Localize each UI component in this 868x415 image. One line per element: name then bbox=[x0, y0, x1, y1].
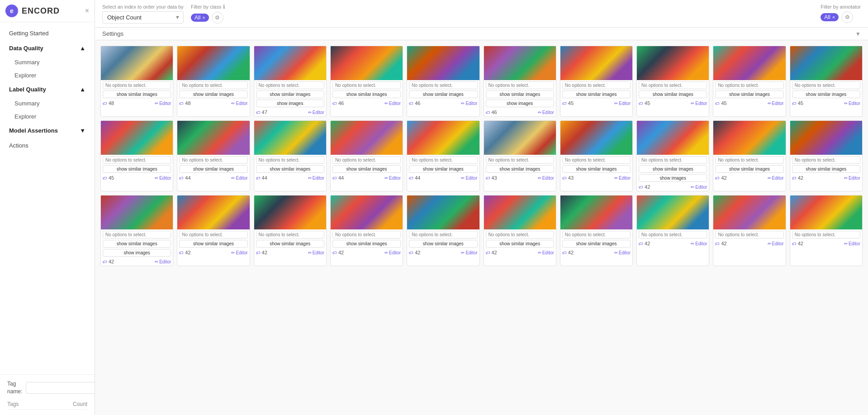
show-similar-images-button[interactable]: show similar images bbox=[639, 91, 707, 98]
editor-link[interactable]: ✏Editor bbox=[844, 176, 860, 181]
show-images-button[interactable]: show images bbox=[486, 100, 554, 107]
card-options-select[interactable]: No options to select. bbox=[639, 231, 707, 239]
show-similar-images-button[interactable]: show similar images bbox=[332, 240, 401, 248]
class-filter-settings[interactable]: ⚙ bbox=[212, 12, 223, 24]
settings-chevron-icon[interactable]: ▼ bbox=[855, 31, 861, 37]
annotator-filter-settings[interactable]: ⚙ bbox=[841, 11, 853, 23]
card-options-select[interactable]: No options to select. bbox=[792, 156, 860, 164]
show-similar-images-button[interactable]: show similar images bbox=[486, 240, 554, 248]
editor-link[interactable]: ✏Editor bbox=[538, 176, 554, 181]
show-similar-images-button[interactable]: show similar images bbox=[562, 91, 631, 98]
show-similar-images-button[interactable]: show similar images bbox=[103, 91, 171, 98]
editor-link[interactable]: ✏Editor bbox=[308, 110, 324, 115]
card-options-select[interactable]: No options to select. bbox=[332, 231, 401, 239]
show-images-button[interactable]: show images bbox=[256, 100, 324, 107]
show-similar-images-button[interactable]: show similar images bbox=[715, 91, 783, 98]
show-similar-images-button[interactable]: show similar images bbox=[562, 165, 631, 173]
card-options-select[interactable]: No options to select. bbox=[179, 156, 247, 164]
editor-link[interactable]: ✏Editor bbox=[844, 241, 860, 246]
card-options-select[interactable]: No options to select. bbox=[409, 81, 477, 89]
card-options-select[interactable]: No options to select. bbox=[179, 231, 247, 239]
show-images-button[interactable]: show images bbox=[639, 174, 707, 182]
card-options-select[interactable]: No options to select. bbox=[639, 81, 707, 89]
card-options-select[interactable]: No options to select. bbox=[792, 81, 860, 89]
card-options-select[interactable]: No options to select. bbox=[256, 231, 324, 239]
card-options-select[interactable]: No options to select. bbox=[103, 81, 171, 89]
show-similar-images-button[interactable]: show similar images bbox=[792, 91, 860, 98]
show-similar-images-button[interactable]: show similar images bbox=[103, 240, 171, 248]
show-similar-images-button[interactable]: show similar images bbox=[332, 91, 401, 98]
card-options-select[interactable]: No options to select. bbox=[792, 231, 860, 239]
card-options-select[interactable]: No options to select. bbox=[715, 81, 783, 89]
editor-link[interactable]: ✏Editor bbox=[461, 250, 477, 255]
sidebar-section-label-quality[interactable]: Label Quality ▲ bbox=[0, 82, 95, 97]
editor-link[interactable]: ✏Editor bbox=[614, 250, 631, 255]
sidebar-item-label-summary[interactable]: Summary bbox=[0, 97, 95, 110]
sidebar-section-data-quality[interactable]: Data Quality ▲ bbox=[0, 41, 95, 56]
card-options-select[interactable]: No options to select. bbox=[256, 81, 324, 89]
order-select[interactable]: Object Count bbox=[102, 11, 184, 24]
show-similar-images-button[interactable]: show similar images bbox=[179, 240, 247, 248]
sidebar-item-getting-started[interactable]: Getting Started bbox=[0, 26, 95, 41]
editor-link[interactable]: ✏Editor bbox=[155, 101, 171, 106]
class-chip-remove[interactable]: × bbox=[202, 15, 205, 20]
editor-link[interactable]: ✏Editor bbox=[844, 101, 860, 106]
editor-link[interactable]: ✏Editor bbox=[155, 259, 171, 264]
card-options-select[interactable]: No options to select. bbox=[639, 156, 707, 164]
card-options-select[interactable]: No options to select. bbox=[486, 231, 554, 239]
show-similar-images-button[interactable]: show similar images bbox=[256, 165, 324, 173]
editor-link[interactable]: ✏Editor bbox=[538, 110, 554, 115]
editor-link[interactable]: ✏Editor bbox=[231, 250, 247, 255]
card-options-select[interactable]: No options to select. bbox=[562, 156, 631, 164]
editor-link[interactable]: ✏Editor bbox=[768, 176, 784, 181]
card-options-select[interactable]: No options to select. bbox=[332, 81, 401, 89]
card-options-select[interactable]: No options to select. bbox=[256, 156, 324, 164]
card-options-select[interactable]: No options to select. bbox=[103, 156, 171, 164]
card-options-select[interactable]: No options to select. bbox=[715, 156, 783, 164]
card-options-select[interactable]: No options to select. bbox=[103, 231, 171, 239]
sidebar-section-model-assertions[interactable]: Model Assertions ▼ bbox=[0, 123, 95, 138]
show-similar-images-button[interactable]: show similar images bbox=[332, 165, 401, 173]
editor-link[interactable]: ✏Editor bbox=[461, 101, 477, 106]
editor-link[interactable]: ✏Editor bbox=[691, 101, 707, 106]
show-similar-images-button[interactable]: show similar images bbox=[562, 240, 631, 248]
show-similar-images-button[interactable]: show similar images bbox=[486, 165, 554, 173]
show-similar-images-button[interactable]: show similar images bbox=[715, 165, 783, 173]
editor-link[interactable]: ✏Editor bbox=[768, 241, 784, 246]
show-similar-images-button[interactable]: show similar images bbox=[179, 91, 247, 98]
editor-link[interactable]: ✏Editor bbox=[231, 176, 247, 181]
annotator-chip-remove[interactable]: × bbox=[832, 14, 835, 20]
show-similar-images-button[interactable]: show similar images bbox=[409, 240, 477, 248]
show-similar-images-button[interactable]: show similar images bbox=[486, 91, 554, 98]
editor-link[interactable]: ✏Editor bbox=[691, 241, 707, 246]
card-options-select[interactable]: No options to select. bbox=[409, 156, 477, 164]
show-similar-images-button[interactable]: show similar images bbox=[256, 240, 324, 248]
card-options-select[interactable]: No options to select. bbox=[409, 231, 477, 239]
card-options-select[interactable]: No options to select. bbox=[179, 81, 247, 89]
editor-link[interactable]: ✏Editor bbox=[231, 101, 247, 106]
sidebar-item-data-summary[interactable]: Summary bbox=[0, 56, 95, 69]
card-options-select[interactable]: No options to select. bbox=[562, 231, 631, 239]
card-options-select[interactable]: No options to select. bbox=[486, 81, 554, 89]
show-similar-images-button[interactable]: show similar images bbox=[409, 165, 477, 173]
card-options-select[interactable]: No options to select. bbox=[332, 156, 401, 164]
show-similar-images-button[interactable]: show similar images bbox=[639, 165, 707, 173]
close-button[interactable]: × bbox=[85, 7, 89, 15]
sidebar-item-data-explorer[interactable]: Explorer bbox=[0, 69, 95, 82]
card-options-select[interactable]: No options to select. bbox=[486, 156, 554, 164]
show-similar-images-button[interactable]: show similar images bbox=[103, 165, 171, 173]
editor-link[interactable]: ✏Editor bbox=[308, 250, 324, 255]
editor-link[interactable]: ✏Editor bbox=[691, 185, 707, 190]
show-images-button[interactable]: show images bbox=[103, 249, 171, 257]
editor-link[interactable]: ✏Editor bbox=[768, 101, 784, 106]
card-options-select[interactable]: No options to select. bbox=[715, 231, 783, 239]
editor-link[interactable]: ✏Editor bbox=[155, 176, 171, 181]
show-similar-images-button[interactable]: show similar images bbox=[179, 165, 247, 173]
editor-link[interactable]: ✏Editor bbox=[308, 176, 324, 181]
editor-link[interactable]: ✏Editor bbox=[384, 101, 401, 106]
editor-link[interactable]: ✏Editor bbox=[538, 250, 554, 255]
editor-link[interactable]: ✏Editor bbox=[384, 176, 401, 181]
editor-link[interactable]: ✏Editor bbox=[614, 176, 631, 181]
show-similar-images-button[interactable]: show similar images bbox=[256, 91, 324, 98]
editor-link[interactable]: ✏Editor bbox=[384, 250, 401, 255]
